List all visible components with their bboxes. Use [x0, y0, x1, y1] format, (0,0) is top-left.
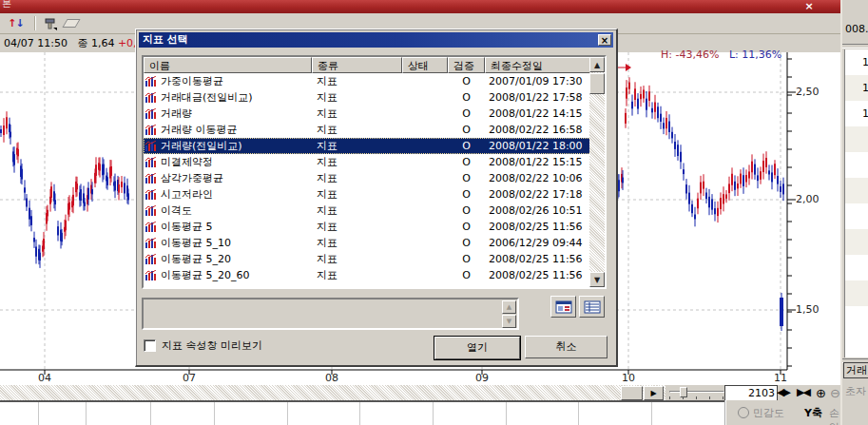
- preview-checkbox[interactable]: [144, 339, 156, 352]
- indicator-modified: 2008/02/22 16:58: [485, 124, 589, 136]
- column-verified[interactable]: 검증: [448, 57, 485, 73]
- list-item[interactable]: 시고저라인지표O2008/02/22 17:18: [144, 186, 605, 203]
- indicator-chart-icon: [145, 173, 158, 184]
- list-scrollbar[interactable]: ▲ ▼: [589, 57, 605, 287]
- y-axis-label: 2,50: [796, 86, 828, 98]
- indicator-name: 이격도: [161, 203, 192, 218]
- indicator-modified: 2008/01/22 18:00: [485, 140, 589, 152]
- zoom-slider-track[interactable]: [669, 391, 724, 393]
- close-price-value: 1,64: [91, 37, 115, 49]
- list-item[interactable]: 이동평균 5_20_60지표O2008/02/25 11:56: [144, 267, 605, 283]
- indicator-type: 지표: [312, 106, 402, 121]
- column-status[interactable]: 상태: [402, 57, 448, 73]
- indicator-modified: 2008/02/22 10:06: [485, 172, 589, 184]
- indicator-modified: 2008/01/22 15:15: [485, 156, 589, 168]
- right-panel-cell: [845, 126, 868, 152]
- y-axis-label: 1,50: [796, 303, 828, 316]
- column-type[interactable]: 종류: [312, 57, 402, 73]
- sensitivity-label: 민감도: [753, 406, 784, 420]
- list-item[interactable]: 이동평균 5지표O2008/02/25 11:56: [144, 219, 605, 235]
- right-panel-cell: [845, 229, 868, 255]
- scrollbar-thumb[interactable]: [589, 73, 605, 94]
- indicator-verified: O: [448, 237, 485, 249]
- list-item[interactable]: 거래량(전일비교)지표O2008/01/22 18:00: [144, 138, 605, 154]
- indicator-chart-icon: [145, 189, 158, 201]
- list-item[interactable]: 이동평균 5_10지표O2006/12/29 09:44: [144, 235, 605, 251]
- list-item[interactable]: 가중이동평균지표O2007/01/09 17:30: [144, 73, 605, 89]
- table-column-divider: [150, 402, 151, 425]
- right-panel-sub-text: 초자: [845, 384, 866, 398]
- dialog-titlebar[interactable]: 지표 선택 ×: [139, 32, 613, 48]
- sort-updown-button[interactable]: ↑↓: [6, 15, 27, 31]
- dialog-close-icon[interactable]: ×: [598, 34, 611, 46]
- indicator-name: 거래량(전일비교): [161, 139, 242, 153]
- right-panel-cell: 1: [845, 49, 868, 75]
- indicator-chart-icon: [145, 108, 158, 120]
- spinner-down-icon[interactable]: ▼: [502, 315, 516, 328]
- right-panel-date-fragment: 008.: [845, 23, 868, 35]
- x-axis-label: 10: [617, 372, 640, 384]
- zoom-in-icon[interactable]: ⊕: [816, 386, 826, 400]
- eraser-button[interactable]: [61, 15, 82, 31]
- x-axis-label: 11: [769, 372, 792, 384]
- list-item[interactable]: 삼각가중평균지표O2008/02/22 10:06: [144, 170, 605, 186]
- quote-info-bar: 04/07 11:50 종 1,64 +0,01: [4, 36, 150, 49]
- indicator-verified: O: [448, 156, 485, 168]
- tool-hammer-button[interactable]: [40, 15, 61, 31]
- list-header: 이름 종류 상태 검증 최종수정일: [144, 57, 605, 73]
- x-axis-label: 08: [320, 372, 343, 384]
- h-scrollbar-right-icon[interactable]: ▶: [644, 386, 664, 400]
- indicator-chart-icon: [145, 125, 158, 136]
- step-back-forward-icon[interactable]: ◀▶: [777, 386, 789, 398]
- list-item[interactable]: 거래량지표O2008/01/22 14:15: [144, 106, 605, 122]
- h-scrollbar-thumb[interactable]: [621, 386, 643, 400]
- scroll-up-icon[interactable]: ▲: [589, 57, 605, 72]
- scroll-down-icon[interactable]: ▼: [589, 272, 605, 287]
- bar-count-input[interactable]: [724, 385, 778, 401]
- indicator-modified: 2008/02/25 11:56: [485, 269, 589, 281]
- cancel-button[interactable]: 취소: [525, 336, 608, 358]
- indicator-verified: O: [448, 204, 485, 217]
- right-panel-cell: 1: [845, 75, 868, 101]
- spinner-up-icon[interactable]: ▲: [502, 300, 516, 314]
- indicator-chart-icon: [145, 76, 158, 87]
- indicator-chart-icon: [145, 270, 158, 281]
- right-panel-table: 111: [844, 49, 868, 357]
- list-item[interactable]: 이격도지표O2008/02/26 10:51: [144, 203, 605, 219]
- go-to-end-icon[interactable]: ▶◀: [797, 386, 809, 398]
- indicator-modified: 2008/02/25 11:56: [485, 221, 589, 233]
- h-scrollbar-track[interactable]: [0, 385, 665, 400]
- indicator-modified: 2007/01/09 17:30: [485, 75, 589, 87]
- column-modified[interactable]: 최종수정일: [485, 57, 593, 73]
- dialog-title: 지표 선택: [143, 33, 188, 46]
- sensitivity-radio[interactable]: [738, 407, 749, 418]
- right-panel-cell: [845, 255, 868, 280]
- right-panel-cell: [845, 306, 868, 332]
- list-body: 가중이동평균지표O2007/01/09 17:30거래대금(전일비교)지표O20…: [144, 73, 605, 283]
- indicator-chart-icon: [145, 222, 158, 233]
- list-item[interactable]: 미결제약정지표O2008/01/22 15:15: [144, 154, 605, 170]
- table-column-divider: [287, 402, 288, 425]
- divider: [842, 44, 868, 48]
- indicator-verified: O: [448, 253, 485, 265]
- indicator-type: 지표: [312, 171, 402, 185]
- down-arrow-icon: ↓: [16, 17, 25, 29]
- zoom-out-icon[interactable]: ⊖: [830, 386, 840, 400]
- column-name[interactable]: 이름: [144, 57, 312, 73]
- open-button[interactable]: 열기: [434, 336, 521, 360]
- indicator-modified: 2008/02/22 17:18: [485, 188, 589, 201]
- window-close-icon[interactable]: ×: [800, 0, 818, 12]
- right-panel-cell: [845, 203, 868, 229]
- table-column-divider: [359, 402, 360, 425]
- view-details-button[interactable]: [579, 296, 605, 318]
- list-item[interactable]: 거래대금(전일비교)지표O2008/01/22 17:58: [144, 89, 605, 106]
- list-item[interactable]: 이동평균 5_20지표O2008/02/25 11:56: [144, 251, 605, 267]
- view-preview-button[interactable]: [550, 296, 576, 318]
- y-axis-label: 2,00: [796, 193, 828, 205]
- table-column-divider: [86, 402, 87, 425]
- table-column-divider: [38, 402, 39, 425]
- indicator-name: 이동평균 5_10: [161, 236, 231, 250]
- trade-tab[interactable]: 거래: [843, 362, 868, 378]
- indicator-verified: O: [448, 172, 485, 184]
- list-item[interactable]: 거래량 이동평균지표O2008/02/22 16:58: [144, 122, 605, 138]
